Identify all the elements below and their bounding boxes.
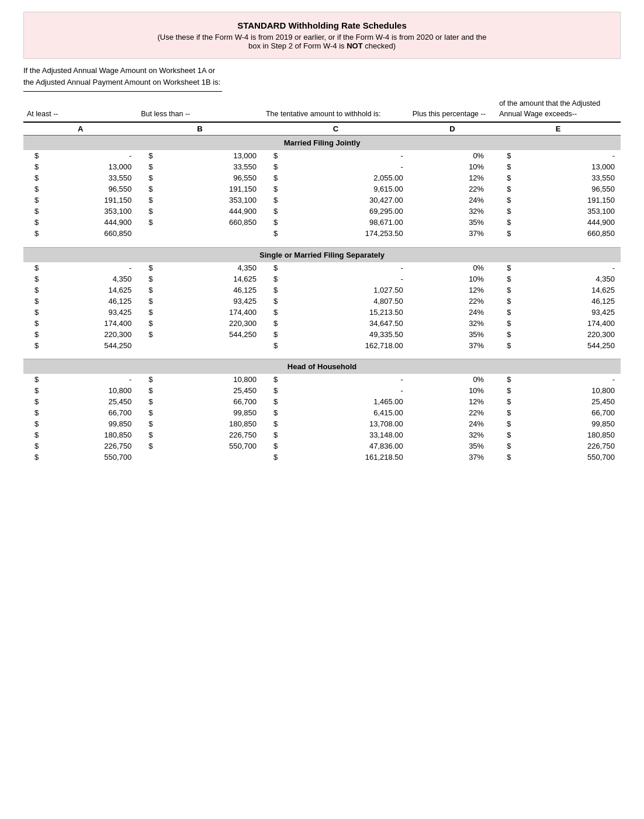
col-d-value: 12%	[409, 396, 496, 407]
col-e-dollar: $	[496, 217, 512, 228]
col-a-dollar: $	[23, 183, 40, 195]
col-c-dollar: $	[262, 307, 279, 318]
col-d-value: 22%	[409, 296, 496, 307]
page-subtitle: (Use these if the Form W-4 is from 2019 …	[36, 33, 608, 50]
col-b-header: But less than --	[137, 96, 262, 122]
col-e-dollar: $	[496, 374, 512, 385]
table-row: $ 444,900 $ 660,850 $ 98,671.00 35% $ 44…	[23, 217, 621, 228]
col-d-value: 35%	[409, 217, 496, 228]
col-e-dollar: $	[496, 429, 512, 440]
section-header-0: Married Filing Jointly	[23, 136, 621, 151]
col-c-value: -	[279, 273, 409, 284]
col-a-value: 14,625	[40, 284, 137, 296]
col-b-letter: B	[137, 122, 262, 136]
col-c-dollar: $	[262, 318, 279, 329]
table-row: $ 4,350 $ 14,625 $ - 10% $ 4,350	[23, 273, 621, 284]
col-e-dollar: $	[496, 150, 512, 161]
col-d-value: 24%	[409, 195, 496, 206]
col-d-value: 35%	[409, 440, 496, 452]
col-a-dollar: $	[23, 161, 40, 172]
col-a-value: 10,800	[40, 385, 137, 396]
col-c-value: 69,295.00	[279, 206, 409, 217]
col-c-letter: C	[262, 122, 409, 136]
col-c-value: -	[279, 374, 409, 385]
col-e-value: 4,350	[512, 273, 621, 284]
col-a-dollar: $	[23, 340, 40, 351]
col-e-dollar: $	[496, 418, 512, 429]
col-b-value: 180,850	[154, 418, 262, 429]
col-b-dollar: $	[137, 418, 154, 429]
col-c-dollar: $	[262, 374, 279, 385]
col-a-value: 550,700	[40, 452, 137, 463]
col-a-value: 174,400	[40, 318, 137, 329]
table-row: $ 353,100 $ 444,900 $ 69,295.00 32% $ 35…	[23, 206, 621, 217]
col-a-dollar: $	[23, 307, 40, 318]
col-d-value: 32%	[409, 429, 496, 440]
table-row: $ 14,625 $ 46,125 $ 1,027.50 12% $ 14,62…	[23, 284, 621, 296]
col-c-value: 49,335.50	[279, 329, 409, 340]
table-row: $ 10,800 $ 25,450 $ - 10% $ 10,800	[23, 385, 621, 396]
col-b-dollar: $	[137, 273, 154, 284]
col-d-value: 10%	[409, 385, 496, 396]
col-c-value: 9,615.00	[279, 183, 409, 195]
col-c-dollar: $	[262, 329, 279, 340]
col-a-value: 444,900	[40, 217, 137, 228]
col-c-dollar: $	[262, 206, 279, 217]
spacer-row	[23, 351, 621, 359]
col-b-dollar: $	[137, 161, 154, 172]
col-a-value: 66,700	[40, 407, 137, 418]
col-c-dollar: $	[262, 150, 279, 161]
col-d-value: 22%	[409, 183, 496, 195]
col-b-dollar: $	[137, 150, 154, 161]
col-c-value: -	[279, 262, 409, 273]
col-d-value: 10%	[409, 161, 496, 172]
col-c-dollar: $	[262, 340, 279, 351]
col-b-value: 220,300	[154, 318, 262, 329]
table-row: $ 25,450 $ 66,700 $ 1,465.00 12% $ 25,45…	[23, 396, 621, 407]
col-b-dollar: $	[137, 195, 154, 206]
col-b-dollar: $	[137, 183, 154, 195]
col-e-value: 544,250	[512, 340, 621, 351]
col-e-value: 99,850	[512, 418, 621, 429]
col-e-dollar: $	[496, 206, 512, 217]
column-letters-row: A B C D E	[23, 122, 621, 136]
col-b-value: 93,425	[154, 296, 262, 307]
col-e-value: -	[512, 262, 621, 273]
col-b-dollar: $	[137, 396, 154, 407]
col-c-dollar: $	[262, 262, 279, 273]
col-a-value: -	[40, 262, 137, 273]
col-a-dollar: $	[23, 206, 40, 217]
col-b-dollar: $	[137, 307, 154, 318]
col-e-value: -	[512, 150, 621, 161]
col-a-dollar: $	[23, 228, 40, 239]
col-c-value: 1,027.50	[279, 284, 409, 296]
col-a-dollar: $	[23, 374, 40, 385]
col-e-value: 191,150	[512, 195, 621, 206]
spacer-row	[23, 239, 621, 247]
col-e-dollar: $	[496, 318, 512, 329]
col-e-value: 174,400	[512, 318, 621, 329]
section-header-1: Single or Married Filing Separately	[23, 247, 621, 262]
table-row: $ - $ 10,800 $ - 0% $ -	[23, 374, 621, 385]
col-b-value: 99,850	[154, 407, 262, 418]
col-a-value: 25,450	[40, 396, 137, 407]
col-d-letter: D	[409, 122, 496, 136]
col-e-dollar: $	[496, 307, 512, 318]
col-c-value: 33,148.00	[279, 429, 409, 440]
col-a-value: 93,425	[40, 307, 137, 318]
col-b-value: 550,700	[154, 440, 262, 452]
intro-text: If the Adjusted Annual Wage Amount on Wo…	[23, 65, 222, 92]
table-row: $ 33,550 $ 96,550 $ 2,055.00 12% $ 33,55…	[23, 172, 621, 183]
col-b-dollar: $	[137, 429, 154, 440]
col-b-value: 25,450	[154, 385, 262, 396]
col-d-value: 24%	[409, 418, 496, 429]
table-row: $ 220,300 $ 544,250 $ 49,335.50 35% $ 22…	[23, 329, 621, 340]
table-row: $ 550,700 $ 161,218.50 37% $ 550,700	[23, 452, 621, 463]
col-a-dollar: $	[23, 262, 40, 273]
col-a-value: 191,150	[40, 195, 137, 206]
col-a-dollar: $	[23, 172, 40, 183]
col-b-value	[154, 452, 262, 463]
col-a-dollar: $	[23, 452, 40, 463]
col-d-value: 10%	[409, 273, 496, 284]
col-c-dollar: $	[262, 228, 279, 239]
